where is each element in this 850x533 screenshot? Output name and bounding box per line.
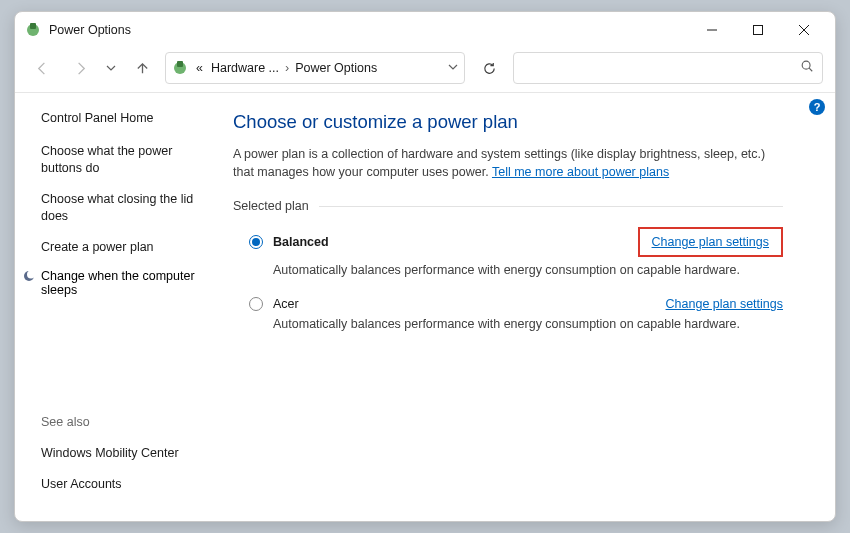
minimize-button[interactable]	[689, 15, 735, 45]
plan-balanced: Balanced Change plan settings Automatica…	[233, 227, 783, 277]
help-icon[interactable]: ?	[809, 99, 825, 115]
plan-acer-name[interactable]: Acer	[273, 297, 299, 311]
learn-more-link[interactable]: Tell me more about power plans	[492, 165, 669, 179]
forward-button[interactable]	[65, 53, 95, 83]
plan-balanced-head: Balanced Change plan settings	[249, 227, 783, 257]
maximize-button[interactable]	[735, 15, 781, 45]
sidebar-link-sleep[interactable]: Change when the computer sleeps	[23, 269, 209, 297]
plan-balanced-name[interactable]: Balanced	[273, 235, 329, 249]
app-icon	[25, 22, 41, 38]
selected-plan-label: Selected plan	[233, 199, 319, 213]
window: Power Options « Hardware ... › Power Opt…	[14, 11, 836, 522]
breadcrumb-seg-1[interactable]: Hardware ...	[209, 61, 281, 75]
see-also-mobility[interactable]: Windows Mobility Center	[41, 445, 209, 462]
plan-acer-desc: Automatically balances performance with …	[273, 317, 783, 331]
plan-balanced-desc: Automatically balances performance with …	[273, 263, 783, 277]
toolbar: « Hardware ... › Power Options	[15, 48, 835, 88]
plan-balanced-radio[interactable]	[249, 235, 263, 249]
body: ? Control Panel Home Choose what the pow…	[15, 93, 835, 521]
breadcrumb-overflow[interactable]: «	[194, 61, 205, 75]
change-plan-settings-acer[interactable]: Change plan settings	[666, 297, 783, 311]
close-button[interactable]	[781, 15, 827, 45]
address-icon	[172, 60, 188, 76]
moon-icon	[23, 270, 35, 282]
search-icon	[800, 59, 814, 77]
plan-acer-head: Acer Change plan settings	[249, 297, 783, 311]
back-button[interactable]	[27, 53, 57, 83]
svg-rect-3	[754, 26, 763, 35]
control-panel-home-link[interactable]: Control Panel Home	[41, 111, 209, 125]
search-input[interactable]	[513, 52, 823, 84]
main-content: Choose or customize a power plan A power…	[223, 93, 835, 521]
sidebar: Control Panel Home Choose what the power…	[15, 93, 223, 521]
page-heading: Choose or customize a power plan	[233, 111, 783, 133]
svg-line-9	[809, 68, 812, 71]
address-dropdown[interactable]	[448, 61, 458, 75]
window-title: Power Options	[49, 23, 689, 37]
refresh-button[interactable]	[473, 52, 505, 84]
see-also-heading: See also	[41, 415, 209, 429]
change-plan-settings-balanced[interactable]: Change plan settings	[638, 227, 783, 257]
svg-rect-1	[30, 23, 36, 29]
svg-point-8	[802, 61, 810, 69]
plan-acer-radio[interactable]	[249, 297, 263, 311]
svg-point-11	[27, 271, 35, 279]
plan-acer: Acer Change plan settings Automatically …	[233, 297, 783, 331]
page-description: A power plan is a collection of hardware…	[233, 145, 783, 181]
titlebar: Power Options	[15, 12, 835, 48]
breadcrumb-seg-2[interactable]: Power Options	[293, 61, 379, 75]
chevron-right-icon: ›	[285, 61, 289, 75]
see-also-user-accounts[interactable]: User Accounts	[41, 476, 209, 493]
sidebar-link-sleep-label: Change when the computer sleeps	[41, 269, 209, 297]
address-bar[interactable]: « Hardware ... › Power Options	[165, 52, 465, 84]
sidebar-link-power-buttons[interactable]: Choose what the power buttons do	[41, 143, 209, 177]
fieldset-divider	[319, 206, 783, 207]
recent-dropdown[interactable]	[103, 53, 119, 83]
sidebar-link-create-plan[interactable]: Create a power plan	[41, 239, 209, 256]
svg-rect-7	[177, 61, 183, 67]
up-button[interactable]	[127, 53, 157, 83]
sidebar-link-closing-lid[interactable]: Choose what closing the lid does	[41, 191, 209, 225]
selected-plan-group: Selected plan	[233, 199, 783, 213]
see-also-section: See also Windows Mobility Center User Ac…	[41, 375, 209, 507]
